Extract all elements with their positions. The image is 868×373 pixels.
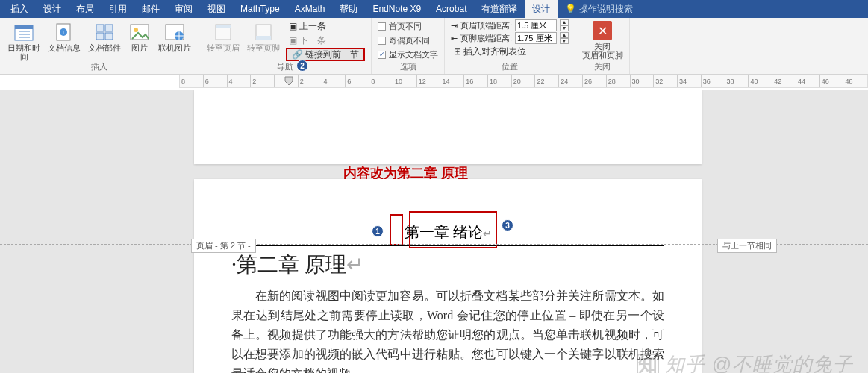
horizontal-ruler[interactable]: 8642246810121416182022242628303234363840… bbox=[179, 75, 868, 88]
svg-rect-9 bbox=[105, 25, 113, 31]
goto-footer-icon bbox=[253, 22, 274, 42]
online-pic-icon bbox=[164, 22, 185, 42]
group-nav: 转至页眉 转至页脚 ▣上一条 ▣下一条 🔗链接到前一节 导航 2 bbox=[199, 18, 372, 74]
btn-picture[interactable]: 图片 bbox=[127, 19, 152, 52]
label-picture: 图片 bbox=[131, 43, 148, 52]
svg-marker-20 bbox=[285, 77, 293, 85]
checkbox-icon: ✓ bbox=[378, 51, 386, 59]
watermark: 知 知乎 @不睡觉的兔子 bbox=[637, 351, 853, 373]
close-icon: ✕ bbox=[593, 21, 612, 40]
tab-references[interactable]: 引用 bbox=[102, 0, 134, 18]
label-doc-info: 文档信息 bbox=[48, 43, 81, 52]
btn-doc-parts[interactable]: 文档部件 bbox=[87, 19, 122, 52]
up-arrow-icon: ▣ bbox=[289, 21, 297, 31]
btn-date-time[interactable]: 日期和时间 bbox=[6, 19, 42, 61]
badge-1: 1 bbox=[372, 225, 384, 237]
tab-icon: ⊞ bbox=[454, 46, 461, 57]
tell-me-search[interactable]: 💡 操作说明搜索 bbox=[565, 3, 633, 16]
group-label-insert: 插入 bbox=[6, 61, 193, 74]
btn-insert-align-tab[interactable]: ⊞插入对齐制表位 bbox=[451, 45, 569, 58]
header-text[interactable]: 第一章 绪论↵ bbox=[405, 222, 492, 242]
tab-design[interactable]: 设计 bbox=[36, 0, 69, 18]
svg-point-13 bbox=[134, 28, 138, 32]
btn-next-section[interactable]: ▣下一条 bbox=[286, 34, 365, 47]
spin-footer-bottom[interactable]: ⇤ 页脚底端距离: ▲▼ bbox=[451, 32, 569, 44]
group-label-options: 选项 bbox=[378, 61, 438, 74]
tab-mathtype[interactable]: MathType bbox=[233, 0, 287, 18]
svg-rect-19 bbox=[256, 36, 271, 40]
spin-up-icon[interactable]: ▲ bbox=[560, 32, 569, 38]
tab-hf-design[interactable]: 设计 bbox=[525, 0, 558, 18]
tab-youdao[interactable]: 有道翻译 bbox=[474, 0, 525, 18]
btn-prev-section[interactable]: ▣上一条 bbox=[286, 19, 365, 33]
svg-text:i: i bbox=[63, 29, 64, 36]
svg-rect-11 bbox=[105, 33, 113, 40]
header-region[interactable]: 1 第一章 绪论↵ 3 bbox=[231, 201, 664, 246]
page-current[interactable]: 1 第一章 绪论↵ 3 ·第二章 原理↵ 在新的阅读视图中阅读更加容易。可以折叠… bbox=[194, 179, 702, 373]
spin-down-icon[interactable]: ▼ bbox=[560, 25, 569, 31]
btn-online-pic[interactable]: 联机图片 bbox=[157, 19, 193, 52]
header-top-input[interactable] bbox=[515, 19, 557, 31]
footer-bottom-input[interactable] bbox=[515, 32, 557, 44]
tab-insert[interactable]: 插入 bbox=[3, 0, 36, 18]
btn-goto-footer[interactable]: 转至页脚 bbox=[246, 19, 281, 52]
group-label-close: 关闭 bbox=[581, 61, 623, 74]
spin-header-top[interactable]: ⇥ 页眉顶端距离: ▲▼ bbox=[451, 19, 569, 31]
zhihu-icon: 知 bbox=[637, 354, 659, 374]
heading-chapter[interactable]: ·第二章 原理↵ bbox=[231, 251, 664, 279]
down-arrow-icon: ▣ bbox=[289, 35, 297, 46]
chk-odd-even[interactable]: 奇偶页不同 bbox=[378, 34, 438, 47]
tab-help[interactable]: 帮助 bbox=[332, 0, 365, 18]
ribbon: 日期和时间 i 文档信息 文档部件 图片 联机图片 插入 bbox=[0, 18, 868, 75]
spin-up-icon[interactable]: ▲ bbox=[560, 19, 569, 25]
tag-header-section: 页眉 - 第 2 节 - bbox=[191, 239, 256, 253]
group-position: ⇥ 页眉顶端距离: ▲▼ ⇤ 页脚底端距离: ▲▼ ⊞插入对齐制表位 位置 bbox=[445, 18, 575, 74]
pilcrow-icon: ↵ bbox=[346, 253, 363, 276]
group-options: 首页不同 奇偶页不同 ✓显示文档文字 选项 bbox=[372, 18, 445, 74]
tab-view[interactable]: 视图 bbox=[200, 0, 233, 18]
ruler-area: 8642246810121416182022242628303234363840… bbox=[0, 75, 868, 90]
highlight-box-1 bbox=[390, 214, 403, 245]
tag-same-as-prev: 与上一节相同 bbox=[717, 239, 777, 253]
badge-2: 2 bbox=[296, 60, 308, 72]
chk-first-diff[interactable]: 首页不同 bbox=[378, 19, 438, 33]
btn-goto-header[interactable]: 转至页眉 bbox=[205, 19, 241, 52]
btn-link-prev[interactable]: 🔗链接到前一节 bbox=[286, 48, 365, 61]
group-close: ✕ 关闭页眉和页脚 关闭 bbox=[575, 18, 630, 74]
document-area: 内容改为第二章 原理 1 第一章 绪论↵ 3 ·第二章 原理↵ 在新的阅读视图中… bbox=[0, 90, 868, 373]
spin-down-icon[interactable]: ▼ bbox=[560, 38, 569, 44]
ruler-bottom-icon: ⇤ bbox=[451, 34, 458, 43]
tab-review[interactable]: 审阅 bbox=[167, 0, 200, 18]
tab-layout[interactable]: 布局 bbox=[69, 0, 102, 18]
label-goto-header: 转至页眉 bbox=[207, 43, 240, 52]
btn-close-hf[interactable]: ✕ 关闭页眉和页脚 bbox=[581, 19, 623, 60]
ribbon-tabs: 插入 设计 布局 引用 邮件 审阅 视图 MathType AxMath 帮助 … bbox=[0, 0, 868, 18]
doc-parts-icon bbox=[94, 22, 115, 42]
chk-show-text[interactable]: ✓显示文档文字 bbox=[378, 48, 438, 61]
link-icon: 🔗 bbox=[292, 49, 303, 60]
tell-me-label: 操作说明搜索 bbox=[579, 3, 633, 16]
page-prev-bottom bbox=[194, 90, 702, 164]
svg-rect-8 bbox=[96, 25, 104, 31]
checkbox-icon bbox=[378, 22, 386, 31]
svg-rect-17 bbox=[216, 25, 231, 28]
goto-header-icon bbox=[213, 22, 234, 42]
picture-icon bbox=[129, 22, 150, 42]
body-paragraph[interactable]: 在新的阅读视图中阅读更加容易。可以折叠文档某些部分并关注所需文本。如果在达到结尾… bbox=[231, 286, 664, 373]
tab-axmath[interactable]: AxMath bbox=[287, 0, 333, 18]
checkbox-icon bbox=[378, 37, 386, 45]
label-online-pic: 联机图片 bbox=[158, 43, 191, 52]
svg-rect-1 bbox=[15, 25, 33, 29]
tab-mailings[interactable]: 邮件 bbox=[134, 0, 167, 18]
tab-endnote[interactable]: EndNote X9 bbox=[365, 0, 428, 18]
group-label-position: 位置 bbox=[451, 61, 569, 74]
bulb-icon: 💡 bbox=[565, 4, 576, 14]
calendar-icon bbox=[13, 22, 34, 42]
svg-rect-10 bbox=[96, 33, 104, 40]
btn-doc-info[interactable]: i 文档信息 bbox=[46, 19, 82, 52]
label-date-time: 日期和时间 bbox=[6, 43, 42, 61]
label-doc-parts: 文档部件 bbox=[88, 43, 121, 52]
tab-acrobat[interactable]: Acrobat bbox=[428, 0, 474, 18]
indent-marker-icon[interactable] bbox=[284, 76, 293, 88]
group-label-nav: 导航 bbox=[205, 61, 365, 74]
